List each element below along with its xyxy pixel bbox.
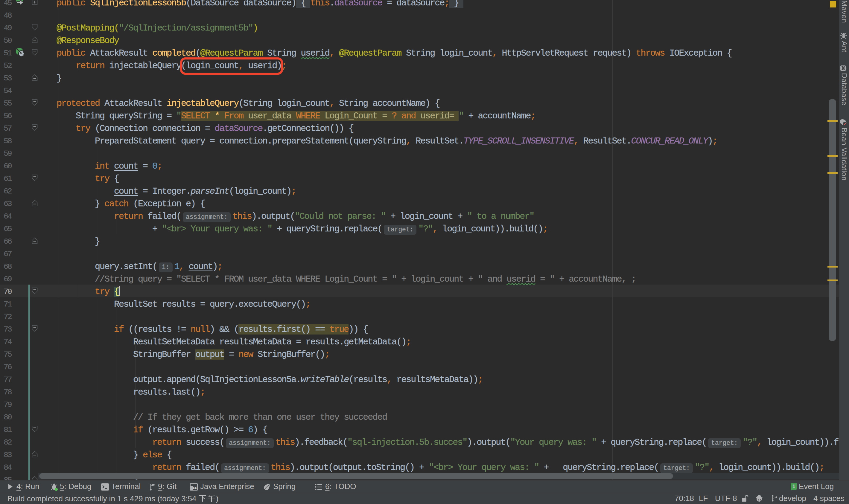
svg-text:EE: EE	[193, 487, 197, 490]
svg-text:1: 1	[793, 484, 795, 489]
